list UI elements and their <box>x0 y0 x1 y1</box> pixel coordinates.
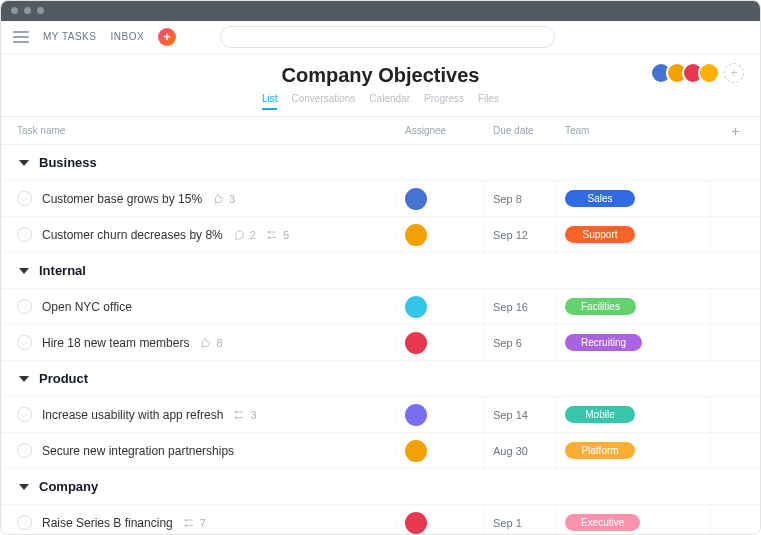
section-name[interactable]: Business <box>39 155 97 170</box>
task-row[interactable]: Open NYC officeSep 16Facilities <box>1 289 760 325</box>
complete-check-icon[interactable] <box>17 443 32 458</box>
team-tag[interactable]: Mobile <box>565 406 635 423</box>
section-toggle-icon[interactable] <box>19 160 29 166</box>
team-tag[interactable]: Platform <box>565 442 635 459</box>
col-team: Team <box>557 125 711 136</box>
task-title: Secure new integration partnerships <box>42 444 234 458</box>
likes-indicator[interactable]: 3 <box>212 193 235 205</box>
add-member-button[interactable]: + <box>724 63 744 83</box>
task-title: Customer base grows by 15% <box>42 192 202 206</box>
section-name[interactable]: Product <box>39 371 88 386</box>
task-title: Hire 18 new team members <box>42 336 189 350</box>
add-column-button[interactable]: + <box>731 123 739 139</box>
col-assignee: Assignee <box>397 125 485 136</box>
task-row[interactable]: Hire 18 new team members8Sep 6Recruiting <box>1 325 760 361</box>
tab-conversations[interactable]: Conversations <box>291 93 355 110</box>
traffic-light-close[interactable] <box>11 7 18 14</box>
subtasks-indicator[interactable]: 3 <box>233 409 256 421</box>
nav-my-tasks[interactable]: MY TASKS <box>43 31 96 42</box>
task-title: Increase usability with app refresh <box>42 408 223 422</box>
assignee-avatar[interactable] <box>405 440 427 462</box>
complete-check-icon[interactable] <box>17 299 32 314</box>
due-date[interactable]: Sep 1 <box>485 505 557 534</box>
due-date[interactable]: Sep 6 <box>485 325 557 360</box>
assignee-avatar[interactable] <box>405 224 427 246</box>
section-toggle-icon[interactable] <box>19 484 29 490</box>
window-titlebar <box>1 1 760 21</box>
comments-indicator[interactable]: 2 <box>233 229 256 241</box>
complete-check-icon[interactable] <box>17 335 32 350</box>
team-tag[interactable]: Recruiting <box>565 334 642 351</box>
quick-add-button[interactable]: + <box>158 28 176 46</box>
member-avatar[interactable] <box>698 62 720 84</box>
page-title: Company Objectives <box>1 64 760 87</box>
tab-list[interactable]: List <box>262 93 278 110</box>
section-name[interactable]: Company <box>39 479 98 494</box>
complete-check-icon[interactable] <box>17 227 32 242</box>
likes-indicator[interactable]: 8 <box>199 337 222 349</box>
search-input[interactable] <box>220 26 555 48</box>
subtasks-indicator[interactable]: 7 <box>183 517 206 529</box>
task-row[interactable]: Raise Series B financing7Sep 1Executive <box>1 505 760 534</box>
complete-check-icon[interactable] <box>17 407 32 422</box>
menu-icon[interactable] <box>13 31 29 43</box>
assignee-avatar[interactable] <box>405 296 427 318</box>
assignee-avatar[interactable] <box>405 512 427 534</box>
section-toggle-icon[interactable] <box>19 268 29 274</box>
task-row[interactable]: Customer churn decreases by 8%25Sep 12Su… <box>1 217 760 253</box>
traffic-light-min[interactable] <box>24 7 31 14</box>
tab-progress[interactable]: Progress <box>424 93 464 110</box>
assignee-avatar[interactable] <box>405 188 427 210</box>
due-date[interactable]: Sep 12 <box>485 217 557 252</box>
col-task-name: Task name <box>1 125 397 136</box>
task-row[interactable]: Customer base grows by 15%3Sep 8Sales <box>1 181 760 217</box>
task-row[interactable]: Increase usability with app refresh3Sep … <box>1 397 760 433</box>
team-tag[interactable]: Support <box>565 226 635 243</box>
due-date[interactable]: Sep 8 <box>485 181 557 216</box>
task-title: Raise Series B financing <box>42 516 173 530</box>
subtasks-indicator[interactable]: 5 <box>266 229 289 241</box>
team-tag[interactable]: Sales <box>565 190 635 207</box>
task-title: Open NYC office <box>42 300 132 314</box>
due-date[interactable]: Sep 14 <box>485 397 557 432</box>
assignee-avatar[interactable] <box>405 332 427 354</box>
tab-calendar[interactable]: Calendar <box>369 93 410 110</box>
task-title: Customer churn decreases by 8% <box>42 228 223 242</box>
due-date[interactable]: Aug 30 <box>485 433 557 468</box>
section-name[interactable]: Internal <box>39 263 86 278</box>
traffic-light-max[interactable] <box>37 7 44 14</box>
assignee-avatar[interactable] <box>405 404 427 426</box>
tab-files[interactable]: Files <box>478 93 499 110</box>
complete-check-icon[interactable] <box>17 515 32 530</box>
due-date[interactable]: Sep 16 <box>485 289 557 324</box>
complete-check-icon[interactable] <box>17 191 32 206</box>
team-tag[interactable]: Executive <box>565 514 640 531</box>
section-toggle-icon[interactable] <box>19 376 29 382</box>
col-due-date: Due date <box>485 125 557 136</box>
team-tag[interactable]: Facilities <box>565 298 636 315</box>
task-row[interactable]: Secure new integration partnershipsAug 3… <box>1 433 760 469</box>
nav-inbox[interactable]: INBOX <box>110 31 144 42</box>
